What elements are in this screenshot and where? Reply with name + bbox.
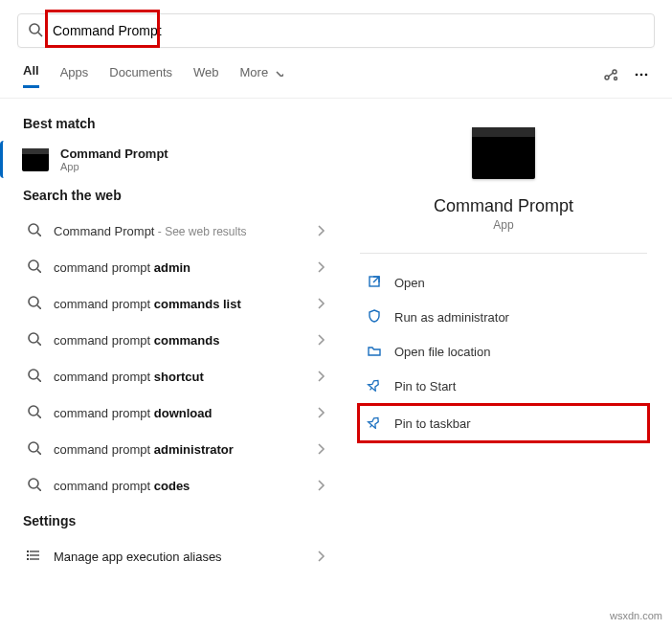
web-result-text: command prompt commands — [54, 333, 302, 348]
pin-icon — [366, 415, 381, 432]
watermark: wsxdn.com — [610, 610, 662, 621]
command-prompt-icon — [22, 148, 49, 171]
web-result-text: command prompt commands list — [54, 297, 302, 311]
settings-item[interactable]: Manage app execution aliases — [0, 538, 345, 574]
web-result[interactable]: command prompt codes — [0, 467, 345, 504]
action-label: Pin to Start — [394, 379, 456, 393]
best-match-name: Command Prompt — [60, 146, 168, 161]
web-result[interactable]: command prompt administrator — [0, 431, 345, 467]
action-pin-to-start[interactable]: Pin to Start — [360, 369, 647, 403]
tab-web[interactable]: Web — [193, 65, 219, 87]
app-large-icon — [472, 127, 535, 179]
web-result-text: command prompt admin — [54, 260, 302, 275]
detail-pane: Command Prompt App OpenRun as administra… — [345, 99, 672, 574]
web-result[interactable]: command prompt admin — [0, 249, 345, 285]
search-icon — [27, 404, 42, 421]
web-result-text: Command Prompt - See web results — [54, 224, 302, 238]
web-result-text: command prompt shortcut — [54, 370, 302, 384]
chevron-right-icon — [314, 296, 325, 311]
more-options-icon[interactable] — [634, 67, 649, 85]
web-result[interactable]: command prompt commands — [0, 322, 345, 358]
action-run-as-administrator[interactable]: Run as administrator — [360, 300, 647, 334]
detail-title: Command Prompt — [360, 196, 647, 216]
section-best-match: Best match — [0, 106, 345, 141]
chevron-right-icon — [314, 441, 325, 457]
best-match-sub: App — [60, 161, 168, 172]
folder-icon — [366, 343, 381, 360]
list-icon — [27, 548, 42, 565]
chevron-right-icon — [314, 332, 325, 348]
divider — [360, 253, 647, 254]
web-result-text: command prompt administrator — [54, 442, 302, 457]
search-icon — [27, 222, 42, 239]
action-label: Run as administrator — [394, 310, 509, 325]
web-result[interactable]: command prompt download — [0, 394, 345, 431]
shield-icon — [366, 308, 381, 326]
chevron-right-icon — [314, 369, 325, 384]
settings-item-label: Manage app execution aliases — [54, 550, 302, 564]
search-panel: All Apps Documents Web More Best match C… — [0, 0, 672, 574]
search-icon — [27, 440, 42, 458]
chevron-right-icon — [314, 259, 325, 275]
best-match-item[interactable]: Command Prompt App — [0, 141, 345, 178]
web-result[interactable]: command prompt commands list — [0, 285, 345, 322]
search-icon — [27, 258, 42, 276]
search-icon — [27, 295, 42, 312]
search-icon — [28, 22, 43, 40]
chevron-right-icon — [314, 405, 325, 420]
tab-documents[interactable]: Documents — [109, 65, 172, 87]
chevron-right-icon — [314, 223, 325, 238]
pin-icon — [366, 377, 381, 394]
action-open[interactable]: Open — [360, 265, 647, 300]
action-pin-to-taskbar[interactable]: Pin to taskbar — [357, 403, 650, 443]
web-result-text: command prompt download — [54, 406, 302, 420]
results-column: Best match Command Prompt App Search the… — [0, 99, 345, 574]
search-icon — [27, 368, 42, 385]
web-result[interactable]: command prompt shortcut — [0, 358, 345, 394]
action-label: Open — [394, 276, 425, 290]
tab-all[interactable]: All — [23, 63, 39, 88]
search-bar[interactable] — [17, 13, 655, 48]
section-search-web: Search the web — [0, 178, 345, 213]
web-result[interactable]: Command Prompt - See web results — [0, 213, 345, 249]
chevron-down-icon — [274, 68, 283, 79]
action-label: Pin to taskbar — [394, 416, 471, 431]
search-icon — [27, 477, 42, 494]
action-label: Open file location — [394, 345, 490, 359]
web-result-text: command prompt codes — [54, 479, 302, 493]
chevron-right-icon — [314, 549, 325, 564]
tab-apps[interactable]: Apps — [60, 65, 89, 87]
chevron-right-icon — [314, 478, 325, 493]
share-icon[interactable] — [603, 67, 618, 85]
search-icon — [27, 331, 42, 348]
filter-tabs: All Apps Documents Web More — [0, 48, 672, 99]
section-settings: Settings — [0, 504, 345, 538]
search-input[interactable] — [53, 23, 644, 38]
action-open-file-location[interactable]: Open file location — [360, 334, 647, 369]
tab-more[interactable]: More — [240, 65, 283, 87]
detail-subtitle: App — [360, 218, 647, 232]
open-icon — [366, 274, 381, 291]
